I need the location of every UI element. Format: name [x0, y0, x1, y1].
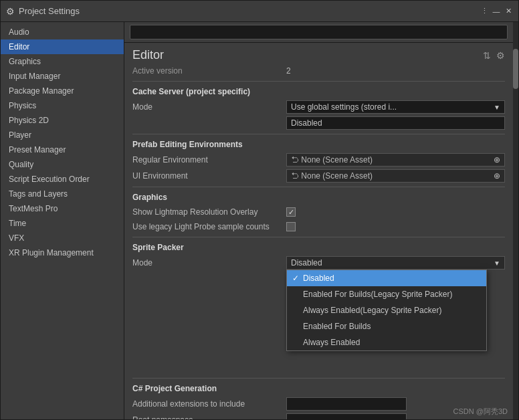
cache-mode-label: Mode [132, 102, 286, 112]
dropdown-option-always-enabled[interactable]: Always Enabled [287, 334, 486, 350]
cache-disabled-value: Disabled [286, 116, 505, 130]
sprite-mode-label: Mode [132, 258, 286, 268]
cache-server-title: Cache Server (project specific) [132, 81, 505, 99]
scrollbar-track[interactable] [513, 22, 518, 419]
sidebar-item-package-manager[interactable]: Package Manager [1, 84, 124, 98]
prefab-title: Prefab Editing Environments [132, 134, 505, 152]
sidebar-item-textmesh-pro[interactable]: TextMesh Pro [1, 201, 124, 216]
sidebar-item-graphics[interactable]: Graphics [1, 54, 124, 69]
additional-ext-label: Additional extensions to include [132, 399, 286, 409]
regular-env-field[interactable]: ⮌ None (Scene Asset) ⊕ [286, 153, 505, 167]
dropdown-option-enabled-for-builds-legacy[interactable]: Enabled For Builds(Legacy Sprite Packer) [287, 286, 486, 302]
regular-env-icon: ⊕ [494, 155, 500, 165]
dropdown-option-always-enabled-legacy[interactable]: Always Enabled(Legacy Sprite Packer) [287, 302, 486, 318]
panel-header-icons: ⇅ ⚙ [483, 50, 505, 61]
cache-mode-arrow: ▼ [494, 104, 500, 111]
regular-env-label: Regular Environment [132, 155, 286, 165]
cache-mode-row: Mode Use global settings (stored i... ▼ [132, 99, 505, 115]
dropdown-option-enabled-for-builds[interactable]: Enabled For Builds [287, 318, 486, 334]
close-btn[interactable]: ✕ [504, 7, 513, 16]
menu-btn[interactable]: ⋮ [480, 7, 489, 16]
minimize-btn[interactable]: — [492, 7, 501, 16]
sidebar-item-script-execution[interactable]: Script Execution Order [1, 172, 124, 187]
cache-mode-value: Use global settings (stored i... ▼ [286, 100, 505, 114]
sidebar-item-preset-manager[interactable]: Preset Manager [1, 142, 124, 157]
panel-gear-icon[interactable]: ⚙ [496, 50, 505, 61]
active-version-row: Active version 2 [132, 65, 505, 77]
panel-search-bar [124, 22, 513, 43]
sprite-packer-title: Sprite Packer [132, 237, 505, 255]
root-namespace-row: Root namespace [132, 412, 505, 419]
project-settings-window: ⚙ Project Settings ⋮ — ✕ AudioEditorGrap… [0, 0, 519, 420]
sidebar-item-audio[interactable]: Audio [1, 25, 124, 39]
sprite-packer-dropdown-overlay: ✓ DisabledEnabled For Builds(Legacy Spri… [286, 270, 487, 351]
legacy-probe-row: Use legacy Light Probe sample counts [132, 219, 505, 234]
additional-ext-input[interactable] [286, 397, 407, 411]
legacy-probe-checkbox[interactable] [286, 222, 296, 231]
window-icon: ⚙ [6, 6, 15, 17]
regular-env-row: Regular Environment ⮌ None (Scene Asset)… [132, 152, 505, 168]
dropdown-options-list: ✓ DisabledEnabled For Builds(Legacy Spri… [287, 270, 486, 350]
cache-disabled-row: Disabled [132, 115, 505, 131]
csharp-title: C# Project Generation [132, 378, 505, 396]
sprite-mode-row: Mode Disabled ▼ ✓ DisabledEnabled For Bu… [132, 255, 505, 271]
sidebar-item-vfx[interactable]: VFX [1, 231, 124, 245]
ui-env-label: UI Environment [132, 171, 286, 181]
sidebar-item-input-manager[interactable]: Input Manager [1, 69, 124, 84]
panel-settings-icon[interactable]: ⇅ [483, 50, 491, 61]
scrollbar-thumb[interactable] [513, 49, 518, 89]
additional-ext-row: Additional extensions to include [132, 396, 505, 412]
window-title: Project Settings [19, 6, 480, 16]
graphics-title: Graphics [132, 187, 505, 205]
sidebar-item-editor[interactable]: Editor [1, 39, 124, 54]
ui-env-row: UI Environment ⮌ None (Scene Asset) ⊕ [132, 168, 505, 184]
ui-env-value: ⮌ None (Scene Asset) ⊕ [286, 169, 505, 183]
sprite-dropdown-arrow: ▼ [494, 259, 500, 267]
active-version-label: Active version [132, 66, 286, 76]
sidebar-item-xr-plugin[interactable]: XR Plugin Management [1, 245, 124, 260]
ui-env-field[interactable]: ⮌ None (Scene Asset) ⊕ [286, 169, 505, 183]
window-controls: ⋮ — ✕ [480, 7, 513, 16]
check-mark-icon: ✓ [292, 274, 303, 283]
sidebar-item-player[interactable]: Player [1, 128, 124, 142]
sidebar-nav: AudioEditorGraphicsInput ManagerPackage … [1, 25, 124, 260]
main-content: AudioEditorGraphicsInput ManagerPackage … [1, 22, 518, 419]
sidebar-item-time[interactable]: Time [1, 216, 124, 231]
cache-mode-dropdown[interactable]: Use global settings (stored i... ▼ [286, 100, 505, 114]
panel-search-input[interactable] [130, 25, 508, 39]
legacy-probe-label: Use legacy Light Probe sample counts [132, 222, 286, 231]
sidebar-item-tags-layers[interactable]: Tags and Layers [1, 187, 124, 201]
sidebar: AudioEditorGraphicsInput ManagerPackage … [1, 22, 124, 419]
panel-body: Active version 2 Cache Server (project s… [124, 65, 513, 419]
panel-title: Editor [132, 48, 164, 62]
dropdown-option-disabled[interactable]: ✓ Disabled [287, 270, 486, 286]
root-namespace-label: Root namespace [132, 415, 286, 419]
cache-disabled-dropdown[interactable]: Disabled [286, 116, 505, 130]
sprite-mode-value: Disabled ▼ ✓ DisabledEnabled For Builds(… [286, 256, 505, 270]
title-bar: ⚙ Project Settings ⋮ — ✕ [1, 1, 518, 22]
sidebar-item-physics-2d[interactable]: Physics 2D [1, 113, 124, 128]
sidebar-item-quality[interactable]: Quality [1, 157, 124, 172]
panel-header: Editor ⇅ ⚙ [124, 43, 513, 65]
show-lightmap-checkbox[interactable] [286, 207, 296, 217]
sprite-mode-dropdown[interactable]: Disabled ▼ [286, 256, 505, 270]
show-lightmap-row: Show Lightmap Resolution Overlay [132, 205, 505, 219]
regular-env-value: ⮌ None (Scene Asset) ⊕ [286, 153, 505, 167]
active-version-value: 2 [286, 66, 291, 76]
show-lightmap-label: Show Lightmap Resolution Overlay [132, 207, 286, 217]
sidebar-item-physics[interactable]: Physics [1, 98, 124, 113]
root-namespace-input[interactable] [286, 413, 407, 419]
ui-env-icon: ⊕ [494, 171, 500, 181]
watermark: CSDN @阿秃3D [453, 407, 508, 417]
settings-panel: Editor ⇅ ⚙ Active version 2 Cache Server… [124, 22, 513, 419]
